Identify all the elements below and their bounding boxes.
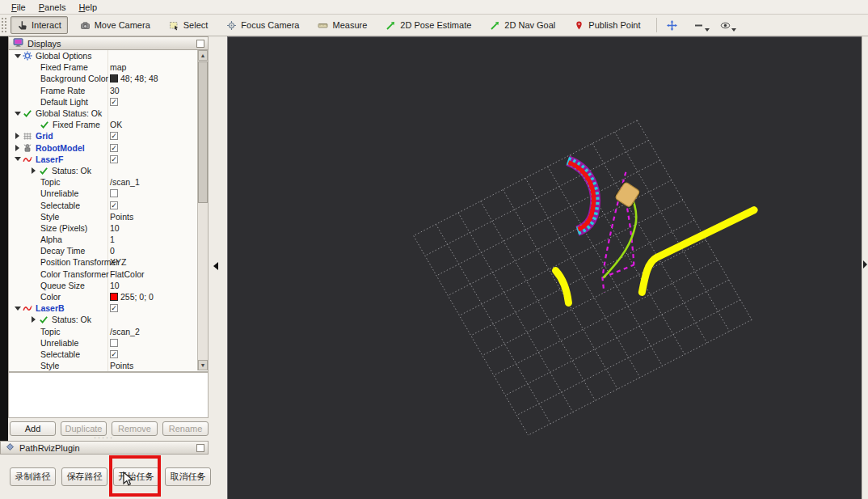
tree-row-fixed-frame[interactable]: Fixed FrameOK [9, 119, 208, 130]
tree-row-topic[interactable]: Topic/scan_2 [9, 326, 208, 337]
plugin-button-2[interactable]: 保存路径 [61, 467, 107, 486]
tool-select[interactable]: Select [162, 16, 215, 34]
checkbox-checked[interactable]: ✓ [110, 132, 118, 140]
property-value: Points [110, 361, 133, 370]
tree-row-default-light[interactable]: Default Light✓ [9, 96, 208, 108]
expander-down-icon[interactable] [12, 112, 23, 116]
panel-float-button[interactable] [196, 444, 204, 452]
plugin-button-4[interactable]: 取消任务 [165, 467, 211, 486]
plugin-button-1[interactable]: 录制路径 [10, 467, 56, 486]
add-button[interactable]: Add [10, 421, 56, 436]
property-name: Queue Size [40, 281, 85, 290]
checkbox-checked[interactable]: ✓ [110, 201, 118, 209]
menu-file[interactable]: File [5, 2, 32, 13]
expander-right-icon[interactable] [28, 316, 39, 323]
tree-row-selectable[interactable]: Selectable✓ [9, 349, 208, 360]
tool-measure[interactable]: Measure [311, 16, 373, 34]
displays-panel-header[interactable]: Displays [8, 36, 209, 50]
tree-row-status-ok[interactable]: Status: Ok [9, 314, 208, 325]
tree-row-size-pixels-[interactable]: Size (Pixels)10 [9, 222, 208, 234]
tree-row-style[interactable]: StylePoints [9, 360, 208, 371]
property-name: Frame Rate [40, 86, 85, 95]
tree-row-laserb[interactable]: LaserB✓ [9, 302, 208, 314]
property-name: Global Options [36, 51, 91, 61]
tree-row-alpha[interactable]: Alpha1 [9, 234, 208, 245]
camera-icon [80, 20, 91, 31]
tool-publish-point[interactable]: Publish Point [567, 16, 647, 34]
tree-row-status-ok[interactable]: Status: Ok [9, 165, 208, 176]
tool-2d-nav-goal[interactable]: 2D Nav Goal [483, 16, 562, 34]
tool-2d-pose-estimate[interactable]: 2D Pose Estimate [379, 16, 478, 34]
checkbox-checked[interactable]: ✓ [110, 155, 118, 163]
checkbox-checked[interactable]: ✓ [110, 98, 118, 106]
tree-row-color[interactable]: Color255; 0; 0 [9, 291, 208, 302]
laser-icon [23, 154, 32, 164]
displays-panel-icon [13, 37, 23, 49]
hand-icon [17, 20, 27, 31]
tool-interact[interactable]: Interact [11, 16, 68, 34]
tree-row-style[interactable]: StylePoints [9, 211, 208, 222]
toolbar-drag-handle[interactable] [2, 18, 6, 32]
path-rviz-plugin-panel: PathRvizPlugin 录制路径保存路径开始任务取消任务 [0, 441, 209, 499]
tree-row-global-options[interactable]: Global Options [9, 50, 208, 61]
remove-button[interactable]: Remove [112, 421, 158, 436]
tree-row-unreliable[interactable]: Unreliable [9, 337, 208, 349]
panel-float-button[interactable] [196, 40, 204, 48]
tree-row-queue-size[interactable]: Queue Size10 [9, 280, 208, 291]
route-dashed-bottom [602, 265, 634, 278]
expander-down-icon[interactable] [12, 157, 23, 161]
property-value: 1 [110, 235, 115, 244]
collapse-right-arrow-icon[interactable] [863, 260, 867, 269]
3d-scene [228, 37, 862, 499]
checkbox-unchecked[interactable] [110, 339, 118, 347]
tool-minus-button[interactable] [691, 19, 706, 32]
expander-down-icon[interactable] [12, 54, 23, 58]
property-value [110, 189, 118, 197]
collapse-left-arrow-icon[interactable] [213, 262, 218, 270]
tree-row-global-status-ok[interactable]: Global Status: Ok [9, 108, 208, 119]
expander-right-icon[interactable] [28, 167, 39, 174]
tree-row-decay-time[interactable]: Decay Time0 [9, 245, 208, 256]
tree-row-color-transformer[interactable]: Color TransformerFlatColor [9, 269, 208, 280]
checkbox-checked[interactable]: ✓ [110, 144, 118, 152]
tree-row-selectable[interactable]: Selectable✓ [9, 199, 208, 210]
expander-right-icon[interactable] [12, 145, 23, 151]
tree-row-grid[interactable]: Grid✓ [9, 130, 208, 142]
tool-move-camera[interactable]: Move Camera [74, 16, 157, 34]
tree-row-topic[interactable]: Topic/scan_1 [9, 176, 208, 188]
tree-row-fixed-frame[interactable]: Fixed Framemap [9, 61, 208, 73]
menu-help[interactable]: Help [72, 2, 103, 13]
rename-button[interactable]: Rename [162, 421, 209, 436]
scan-yellow-long [642, 210, 754, 293]
tree-row-laserf[interactable]: LaserF✓ [9, 154, 208, 165]
menu-panels[interactable]: Panels [32, 2, 73, 13]
tool-eye-button[interactable] [718, 19, 733, 32]
expander-down-icon[interactable] [12, 307, 23, 311]
tree-row-background-color[interactable]: Background Color48; 48; 48 [9, 73, 208, 84]
panel-splitter-right[interactable] [862, 36, 868, 499]
plugin-panel-header[interactable]: PathRvizPlugin [0, 441, 209, 455]
tree-row-robotmodel[interactable]: RobotModel✓ [9, 142, 208, 154]
3d-viewport[interactable] [227, 36, 862, 499]
tree-row-frame-rate[interactable]: Frame Rate30 [9, 85, 208, 96]
checkbox-checked[interactable]: ✓ [110, 304, 118, 312]
scroll-up-button[interactable]: ▲ [198, 50, 208, 61]
checkbox-checked[interactable]: ✓ [110, 350, 118, 358]
check-icon [39, 166, 48, 175]
tree-scrollbar[interactable]: ▲ ▼ [197, 50, 208, 370]
tool-move-cross-button[interactable] [664, 19, 680, 32]
color-swatch[interactable] [110, 74, 118, 82]
gear-icon [23, 51, 32, 61]
left-dock-edge [0, 36, 8, 441]
tree-row-unreliable[interactable]: Unreliable [9, 188, 208, 199]
scroll-down-button[interactable]: ▼ [198, 360, 208, 370]
tree-row-position-transformer[interactable]: Position TransformerXYZ [9, 256, 208, 268]
dock-splitter-handle[interactable]: ····· [94, 433, 114, 442]
tool-focus-camera[interactable]: Focus Camera [220, 16, 305, 34]
expander-right-icon[interactable] [12, 133, 23, 139]
checkbox-unchecked[interactable] [110, 189, 118, 197]
panel-splitter-left[interactable] [209, 36, 227, 499]
scrollbar-thumb[interactable] [198, 61, 208, 203]
tool-label: Measure [332, 20, 367, 30]
color-swatch[interactable] [110, 293, 118, 301]
